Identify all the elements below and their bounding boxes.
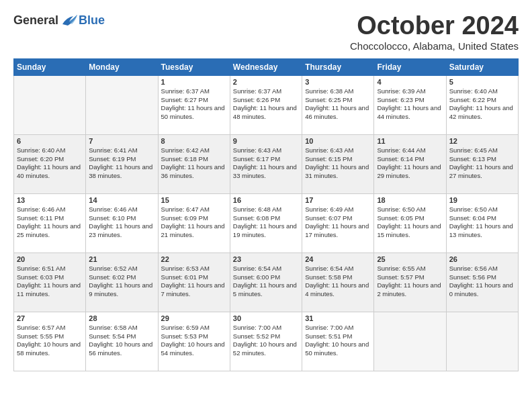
calendar-table: SundayMondayTuesdayWednesdayThursdayFrid…	[13, 58, 519, 371]
header-friday: Friday	[374, 58, 446, 75]
day-info: Sunrise: 6:40 AM Sunset: 6:22 PM Dayligh…	[449, 87, 515, 122]
calendar-cell: 25Sunrise: 6:55 AM Sunset: 5:57 PM Dayli…	[374, 253, 446, 312]
calendar-cell: 23Sunrise: 6:54 AM Sunset: 6:00 PM Dayli…	[230, 253, 302, 312]
calendar-header-row: SundayMondayTuesdayWednesdayThursdayFrid…	[14, 58, 519, 75]
day-info: Sunrise: 6:48 AM Sunset: 6:08 PM Dayligh…	[233, 205, 299, 240]
day-number: 16	[233, 196, 299, 204]
calendar-cell: 18Sunrise: 6:50 AM Sunset: 6:05 PM Dayli…	[374, 193, 446, 253]
week-row-3: 20Sunrise: 6:51 AM Sunset: 6:03 PM Dayli…	[14, 253, 519, 312]
day-number: 9	[233, 137, 299, 145]
calendar-cell	[86, 75, 158, 134]
calendar-cell: 11Sunrise: 6:44 AM Sunset: 6:14 PM Dayli…	[374, 134, 446, 193]
day-number: 7	[89, 137, 154, 145]
calendar-cell: 15Sunrise: 6:47 AM Sunset: 6:09 PM Dayli…	[158, 193, 230, 253]
day-number: 19	[449, 196, 515, 204]
logo: General Blue	[13, 12, 105, 28]
week-row-4: 27Sunrise: 6:57 AM Sunset: 5:55 PM Dayli…	[14, 312, 519, 371]
calendar-cell: 21Sunrise: 6:52 AM Sunset: 6:02 PM Dayli…	[86, 253, 158, 312]
calendar-cell: 6Sunrise: 6:40 AM Sunset: 6:20 PM Daylig…	[14, 134, 86, 193]
day-info: Sunrise: 6:47 AM Sunset: 6:09 PM Dayligh…	[161, 205, 227, 240]
day-number: 27	[17, 314, 83, 322]
day-info: Sunrise: 6:37 AM Sunset: 6:26 PM Dayligh…	[233, 87, 299, 122]
day-number: 5	[449, 78, 515, 86]
calendar-cell: 9Sunrise: 6:43 AM Sunset: 6:17 PM Daylig…	[230, 134, 302, 193]
week-row-1: 6Sunrise: 6:40 AM Sunset: 6:20 PM Daylig…	[14, 134, 519, 193]
header-thursday: Thursday	[302, 58, 374, 75]
title-area: October 2024 Choccolocco, Alabama, Unite…	[350, 12, 519, 52]
day-number: 24	[305, 255, 371, 263]
calendar-cell: 8Sunrise: 6:42 AM Sunset: 6:18 PM Daylig…	[158, 134, 230, 193]
calendar-cell	[374, 312, 446, 371]
day-info: Sunrise: 6:40 AM Sunset: 6:20 PM Dayligh…	[17, 146, 83, 181]
day-info: Sunrise: 6:58 AM Sunset: 5:54 PM Dayligh…	[89, 324, 154, 358]
logo-blue-text: Blue	[79, 13, 105, 28]
day-number: 2	[233, 78, 299, 86]
day-number: 25	[377, 255, 443, 263]
day-info: Sunrise: 6:59 AM Sunset: 5:53 PM Dayligh…	[161, 324, 227, 358]
header: General Blue October 2024 Choccolocco, A…	[13, 12, 519, 52]
day-number: 6	[17, 137, 83, 145]
calendar-cell: 10Sunrise: 6:43 AM Sunset: 6:15 PM Dayli…	[302, 134, 374, 193]
calendar-cell: 22Sunrise: 6:53 AM Sunset: 6:01 PM Dayli…	[158, 253, 230, 312]
day-info: Sunrise: 6:46 AM Sunset: 6:11 PM Dayligh…	[17, 205, 83, 240]
day-number: 14	[89, 196, 154, 204]
day-number: 1	[161, 78, 227, 86]
day-number: 23	[233, 255, 299, 263]
calendar-body: 1Sunrise: 6:37 AM Sunset: 6:27 PM Daylig…	[14, 75, 519, 371]
day-info: Sunrise: 6:54 AM Sunset: 6:00 PM Dayligh…	[233, 265, 299, 299]
day-info: Sunrise: 7:00 AM Sunset: 5:51 PM Dayligh…	[305, 324, 371, 358]
day-number: 31	[305, 314, 371, 322]
calendar-cell	[446, 312, 518, 371]
day-info: Sunrise: 6:39 AM Sunset: 6:23 PM Dayligh…	[377, 87, 443, 122]
calendar-cell: 30Sunrise: 7:00 AM Sunset: 5:52 PM Dayli…	[230, 312, 302, 371]
day-info: Sunrise: 6:42 AM Sunset: 6:18 PM Dayligh…	[161, 146, 227, 181]
day-number: 11	[377, 137, 443, 145]
calendar-cell: 29Sunrise: 6:59 AM Sunset: 5:53 PM Dayli…	[158, 312, 230, 371]
day-number: 29	[161, 314, 227, 322]
header-wednesday: Wednesday	[230, 58, 302, 75]
day-info: Sunrise: 7:00 AM Sunset: 5:52 PM Dayligh…	[233, 324, 299, 358]
calendar-cell: 14Sunrise: 6:46 AM Sunset: 6:10 PM Dayli…	[86, 193, 158, 253]
day-number: 8	[161, 137, 227, 145]
day-number: 4	[377, 78, 443, 86]
day-info: Sunrise: 6:46 AM Sunset: 6:10 PM Dayligh…	[89, 205, 154, 240]
day-info: Sunrise: 6:43 AM Sunset: 6:17 PM Dayligh…	[233, 146, 299, 181]
calendar-cell: 7Sunrise: 6:41 AM Sunset: 6:19 PM Daylig…	[86, 134, 158, 193]
calendar-cell: 27Sunrise: 6:57 AM Sunset: 5:55 PM Dayli…	[14, 312, 86, 371]
day-number: 21	[89, 255, 154, 263]
calendar-cell: 24Sunrise: 6:54 AM Sunset: 5:58 PM Dayli…	[302, 253, 374, 312]
day-info: Sunrise: 6:44 AM Sunset: 6:14 PM Dayligh…	[377, 146, 443, 181]
day-number: 26	[449, 255, 515, 263]
week-row-0: 1Sunrise: 6:37 AM Sunset: 6:27 PM Daylig…	[14, 75, 519, 134]
day-number: 22	[161, 255, 227, 263]
calendar-cell: 2Sunrise: 6:37 AM Sunset: 6:26 PM Daylig…	[230, 75, 302, 134]
day-info: Sunrise: 6:56 AM Sunset: 5:56 PM Dayligh…	[449, 265, 515, 299]
calendar-cell: 28Sunrise: 6:58 AM Sunset: 5:54 PM Dayli…	[86, 312, 158, 371]
day-info: Sunrise: 6:37 AM Sunset: 6:27 PM Dayligh…	[161, 87, 227, 122]
day-number: 12	[449, 137, 515, 145]
day-info: Sunrise: 6:50 AM Sunset: 6:05 PM Dayligh…	[377, 205, 443, 240]
calendar-cell: 3Sunrise: 6:38 AM Sunset: 6:25 PM Daylig…	[302, 75, 374, 134]
logo-bird-icon	[60, 12, 79, 28]
calendar-cell: 13Sunrise: 6:46 AM Sunset: 6:11 PM Dayli…	[14, 193, 86, 253]
day-number: 10	[305, 137, 371, 145]
header-monday: Monday	[86, 58, 158, 75]
header-saturday: Saturday	[446, 58, 518, 75]
calendar-cell: 16Sunrise: 6:48 AM Sunset: 6:08 PM Dayli…	[230, 193, 302, 253]
month-title: October 2024	[350, 12, 519, 40]
logo-general-text: General	[13, 13, 58, 28]
calendar-cell: 17Sunrise: 6:49 AM Sunset: 6:07 PM Dayli…	[302, 193, 374, 253]
calendar-cell: 4Sunrise: 6:39 AM Sunset: 6:23 PM Daylig…	[374, 75, 446, 134]
day-number: 30	[233, 314, 299, 322]
day-number: 17	[305, 196, 371, 204]
day-info: Sunrise: 6:50 AM Sunset: 6:04 PM Dayligh…	[449, 205, 515, 240]
day-number: 3	[305, 78, 371, 86]
day-number: 18	[377, 196, 443, 204]
day-info: Sunrise: 6:53 AM Sunset: 6:01 PM Dayligh…	[161, 265, 227, 299]
day-number: 28	[89, 314, 154, 322]
day-info: Sunrise: 6:52 AM Sunset: 6:02 PM Dayligh…	[89, 265, 154, 299]
calendar-cell: 19Sunrise: 6:50 AM Sunset: 6:04 PM Dayli…	[446, 193, 518, 253]
day-number: 13	[17, 196, 83, 204]
calendar-cell: 5Sunrise: 6:40 AM Sunset: 6:22 PM Daylig…	[446, 75, 518, 134]
calendar-cell: 12Sunrise: 6:45 AM Sunset: 6:13 PM Dayli…	[446, 134, 518, 193]
